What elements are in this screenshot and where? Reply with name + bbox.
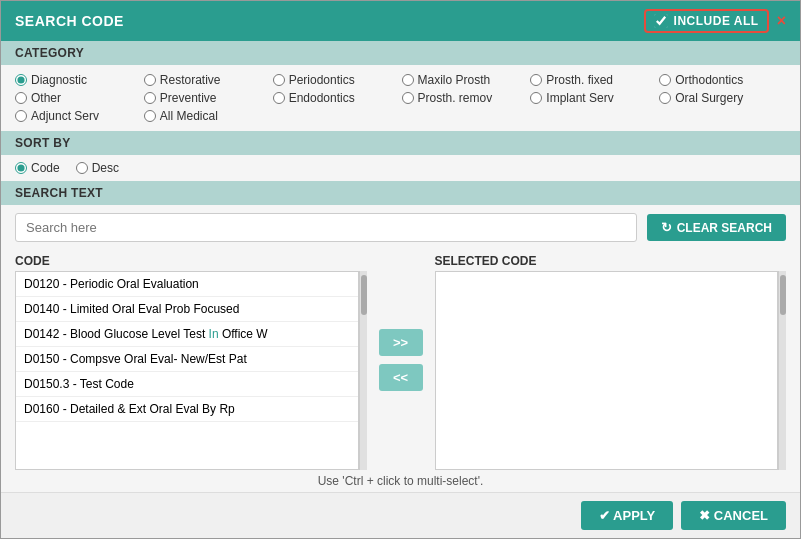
list-item[interactable]: D0120 - Periodic Oral Evaluation: [16, 272, 358, 297]
apply-button[interactable]: ✔ APPLY: [581, 501, 673, 530]
category-restorative-label: Restorative: [160, 73, 221, 87]
category-other[interactable]: Other: [15, 91, 142, 105]
sort-desc[interactable]: Desc: [76, 161, 119, 175]
lists-container: CODE D0120 - Periodic Oral Evaluation D0…: [1, 250, 800, 470]
selected-list-scrollbar[interactable]: [778, 271, 786, 470]
code-list[interactable]: D0120 - Periodic Oral Evaluation D0140 -…: [15, 271, 359, 470]
category-implant-serv[interactable]: Implant Serv: [530, 91, 657, 105]
category-restorative[interactable]: Restorative: [144, 73, 271, 87]
selected-code-header: SELECTED CODE: [435, 250, 787, 271]
sort-code[interactable]: Code: [15, 161, 60, 175]
transfer-buttons: >> <<: [367, 250, 435, 470]
refresh-icon: ↻: [661, 220, 672, 235]
search-input[interactable]: [15, 213, 637, 242]
category-oral-label: Oral Surgery: [675, 91, 743, 105]
cancel-button[interactable]: ✖ CANCEL: [681, 501, 786, 530]
selected-code-list[interactable]: [435, 271, 779, 470]
code-list-section: CODE D0120 - Periodic Oral Evaluation D0…: [15, 250, 367, 470]
category-section: Diagnostic Restorative Periodontics Maxi…: [1, 65, 800, 131]
transfer-forward-button[interactable]: >>: [379, 329, 423, 356]
list-item[interactable]: D0142 - Blood Glucose Level Test In Offi…: [16, 322, 358, 347]
category-periodontics-label: Periodontics: [289, 73, 355, 87]
clear-search-label: CLEAR SEARCH: [677, 221, 772, 235]
dialog-header: SEARCH CODE INCLUDE ALL ×: [1, 1, 800, 41]
list-item[interactable]: D0150 - Compsve Oral Eval- New/Est Pat: [16, 347, 358, 372]
code-list-header: CODE: [15, 250, 367, 271]
category-implant-label: Implant Serv: [546, 91, 613, 105]
sort-code-label: Code: [31, 161, 60, 175]
selected-scrollbar-thumb: [780, 275, 786, 315]
include-all-label: INCLUDE ALL: [674, 14, 759, 28]
category-diagnostic-label: Diagnostic: [31, 73, 87, 87]
category-grid: Diagnostic Restorative Periodontics Maxi…: [15, 73, 786, 123]
scrollbar-thumb: [361, 275, 367, 315]
category-all-medical[interactable]: All Medical: [144, 109, 271, 123]
hint-text: Use 'Ctrl + click to multi-select'.: [1, 470, 800, 492]
category-diagnostic[interactable]: Diagnostic: [15, 73, 142, 87]
include-all-checkbox[interactable]: [654, 14, 668, 28]
sort-desc-label: Desc: [92, 161, 119, 175]
list-item[interactable]: D0140 - Limited Oral Eval Prob Focused: [16, 297, 358, 322]
category-endodontics-label: Endodontics: [289, 91, 355, 105]
dialog-footer: ✔ APPLY ✖ CANCEL: [1, 492, 800, 538]
category-adjunct-serv[interactable]: Adjunct Serv: [15, 109, 142, 123]
category-all-medical-label: All Medical: [160, 109, 218, 123]
code-list-scrollbar[interactable]: [359, 271, 367, 470]
clear-search-button[interactable]: ↻ CLEAR SEARCH: [647, 214, 786, 241]
search-code-dialog: SEARCH CODE INCLUDE ALL × CATEGORY Diagn…: [0, 0, 801, 539]
selected-code-section: SELECTED CODE: [435, 250, 787, 470]
transfer-backward-button[interactable]: <<: [379, 364, 423, 391]
search-text-section-label: SEARCH TEXT: [1, 181, 800, 205]
category-prosth-remov-label: Prosth. remov: [418, 91, 493, 105]
list-item[interactable]: D0150.3 - Test Code: [16, 372, 358, 397]
category-preventive-label: Preventive: [160, 91, 217, 105]
sort-section-label: SORT BY: [1, 131, 800, 155]
category-oral-surgery[interactable]: Oral Surgery: [659, 91, 786, 105]
category-adjunct-label: Adjunct Serv: [31, 109, 99, 123]
highlight-text: In: [209, 327, 219, 341]
category-other-label: Other: [31, 91, 61, 105]
sort-section: Code Desc: [1, 155, 800, 181]
category-orthodontics[interactable]: Orthodontics: [659, 73, 786, 87]
category-maxilo[interactable]: Maxilo Prosth: [402, 73, 529, 87]
search-text-section: ↻ CLEAR SEARCH: [1, 205, 800, 250]
list-item[interactable]: D0160 - Detailed & Ext Oral Eval By Rp: [16, 397, 358, 422]
category-prosth-remov[interactable]: Prosth. remov: [402, 91, 529, 105]
category-section-label: CATEGORY: [1, 41, 800, 65]
category-preventive[interactable]: Preventive: [144, 91, 271, 105]
category-endodontics[interactable]: Endodontics: [273, 91, 400, 105]
category-orthodontics-label: Orthodontics: [675, 73, 743, 87]
category-prosth-fixed-label: Prosth. fixed: [546, 73, 613, 87]
dialog-title: SEARCH CODE: [15, 13, 124, 29]
category-prosth-fixed[interactable]: Prosth. fixed: [530, 73, 657, 87]
category-periodontics[interactable]: Periodontics: [273, 73, 400, 87]
category-maxilo-label: Maxilo Prosth: [418, 73, 491, 87]
close-button[interactable]: ×: [777, 13, 786, 29]
include-all-box: INCLUDE ALL: [644, 9, 769, 33]
